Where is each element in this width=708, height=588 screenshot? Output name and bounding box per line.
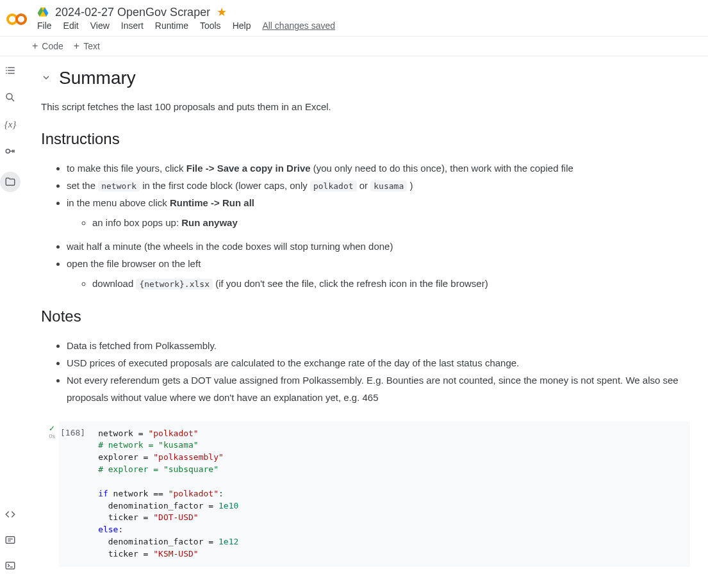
save-status[interactable]: All changes saved	[262, 20, 335, 31]
add-code-button[interactable]: +Code	[32, 40, 63, 52]
list-item: Data is fetched from Polkassembly.	[67, 337, 690, 354]
svg-point-0	[8, 15, 17, 24]
drive-icon	[37, 6, 49, 18]
list-item: set the network in the first code block …	[67, 177, 690, 194]
toc-icon[interactable]	[4, 64, 17, 77]
notebook-content: Summary This script fetches the last 100…	[21, 56, 708, 580]
exec-count: [168]	[59, 421, 89, 567]
notes-heading: Notes	[41, 307, 690, 325]
svg-rect-5	[6, 562, 15, 569]
svg-point-3	[6, 149, 10, 153]
terminal-icon[interactable]	[4, 559, 17, 572]
secrets-icon[interactable]	[4, 145, 17, 158]
list-item: Not every referendum gets a DOT value as…	[67, 372, 690, 406]
search-icon[interactable]	[4, 91, 17, 104]
list-item: to make this file yours, click File -> S…	[67, 159, 690, 177]
variables-icon[interactable]: {x}	[4, 118, 17, 131]
list-item: USD prices of executed proposals are cal…	[67, 354, 690, 372]
code-cell[interactable]: ✓ 0s [168] network = "polkadot" # networ…	[21, 421, 690, 567]
svg-rect-4	[6, 537, 15, 544]
list-item: download {network}.xlsx (if you don't se…	[92, 275, 690, 292]
list-item: open the file browser on the left downlo…	[67, 255, 690, 292]
instructions-heading: Instructions	[41, 130, 690, 148]
colab-logo[interactable]	[5, 8, 28, 31]
menu-help[interactable]: Help	[233, 20, 251, 31]
instructions-list: to make this file yours, click File -> S…	[67, 159, 690, 292]
svg-point-2	[6, 94, 12, 99]
menu-bar: File Edit View Insert Runtime Tools Help…	[37, 20, 698, 36]
menu-view[interactable]: View	[90, 20, 110, 31]
plus-icon: +	[74, 40, 79, 52]
summary-text: This script fetches the last 100 proposa…	[41, 100, 690, 115]
document-title[interactable]: 2024-02-27 OpenGov Scraper	[55, 6, 210, 19]
list-item: wait half a minute (the wheels in the co…	[67, 238, 690, 255]
code-snippets-icon[interactable]	[4, 508, 17, 521]
menu-runtime[interactable]: Runtime	[155, 20, 188, 31]
plus-icon: +	[32, 40, 38, 52]
chevron-down-icon[interactable]	[41, 72, 51, 85]
left-sidebar: {x}	[0, 56, 21, 580]
notes-list: Data is fetched from Polkassembly. USD p…	[67, 337, 690, 406]
summary-heading: Summary	[59, 68, 136, 88]
menu-edit[interactable]: Edit	[63, 20, 79, 31]
star-icon[interactable]: ★	[217, 5, 227, 19]
check-icon: ✓	[49, 424, 55, 433]
code-editor[interactable]: network = "polkadot" # network = "kusama…	[89, 421, 690, 567]
list-item: an info box pops up: Run anyway	[92, 214, 690, 231]
menu-tools[interactable]: Tools	[200, 20, 221, 31]
cell-gutter: ✓ 0s	[21, 421, 59, 567]
toolbar: +Code +Text	[0, 37, 708, 56]
files-icon[interactable]	[0, 172, 21, 192]
menu-insert[interactable]: Insert	[121, 20, 144, 31]
add-text-button[interactable]: +Text	[74, 40, 100, 52]
exec-time: 0s	[49, 433, 55, 439]
list-item: in the menu above click Runtime -> Run a…	[67, 194, 690, 231]
menu-file[interactable]: File	[37, 20, 52, 31]
svg-point-1	[17, 15, 26, 24]
header: 2024-02-27 OpenGov Scraper ★ File Edit V…	[0, 0, 708, 37]
command-palette-icon[interactable]	[4, 534, 17, 546]
